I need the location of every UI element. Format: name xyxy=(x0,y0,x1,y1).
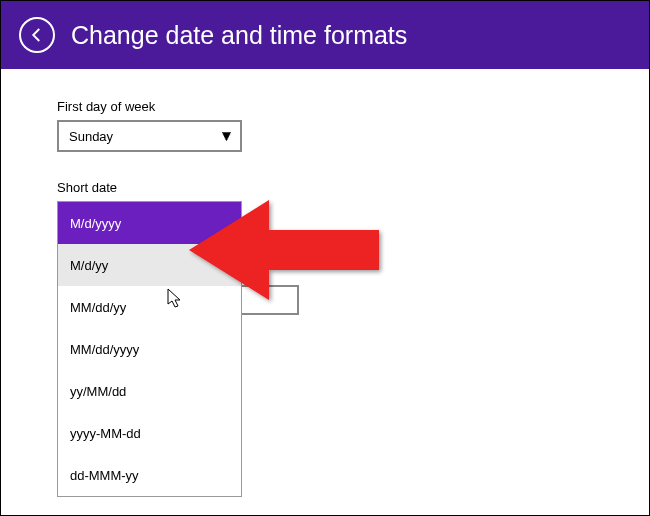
first-day-value: Sunday xyxy=(69,129,113,144)
dropdown-option[interactable]: M/d/yy xyxy=(58,244,241,286)
dropdown-option[interactable]: yyyy-MM-dd xyxy=(58,412,241,454)
first-day-select[interactable]: Sunday ⯆ xyxy=(57,120,242,152)
short-date-dropdown[interactable]: M/d/yyyy M/d/yy MM/dd/yy MM/dd/yyyy yy/M… xyxy=(57,201,242,497)
dropdown-option[interactable]: MM/dd/yy xyxy=(58,286,241,328)
dropdown-option[interactable]: yy/MM/dd xyxy=(58,370,241,412)
dropdown-option[interactable]: M/d/yyyy xyxy=(58,202,241,244)
page-header: Change date and time formats xyxy=(1,1,649,69)
back-button[interactable] xyxy=(19,17,55,53)
dropdown-option[interactable]: dd-MMM-yy xyxy=(58,454,241,496)
select-box-edge xyxy=(241,285,299,315)
content-area: First day of week Sunday ⯆ Short date M/… xyxy=(1,69,649,516)
page-title: Change date and time formats xyxy=(71,21,407,50)
short-date-field: Short date M/d/yyyy M/d/yy MM/dd/yy MM/d… xyxy=(57,180,593,497)
dropdown-option[interactable]: MM/dd/yyyy xyxy=(58,328,241,370)
chevron-down-icon: ⯆ xyxy=(221,130,232,142)
first-day-field: First day of week Sunday ⯆ xyxy=(57,99,593,152)
short-date-label: Short date xyxy=(57,180,593,195)
arrow-left-icon xyxy=(28,26,46,44)
first-day-label: First day of week xyxy=(57,99,593,114)
